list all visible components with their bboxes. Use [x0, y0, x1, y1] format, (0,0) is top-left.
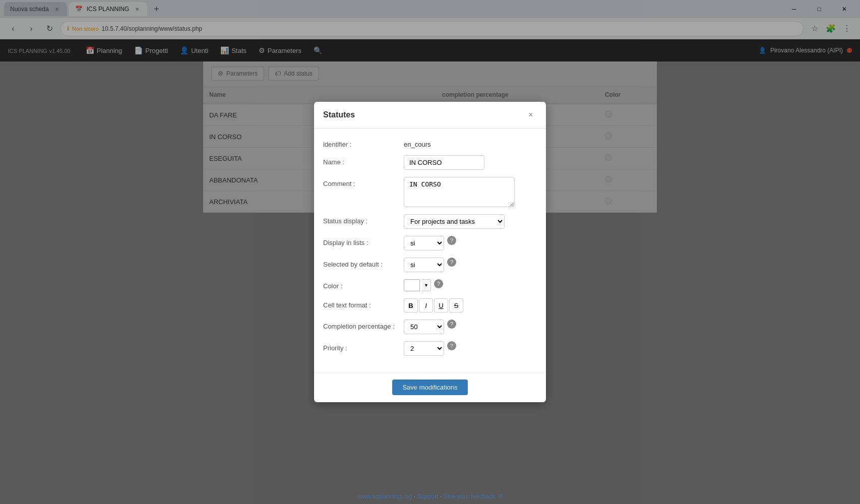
status-display-row: Status display : For projects and tasks …: [323, 214, 537, 229]
color-label: Color :: [323, 279, 404, 290]
color-dropdown-button[interactable]: ▼: [422, 279, 431, 291]
cell-text-format-label: Cell text format :: [323, 298, 404, 309]
color-picker: ▼: [404, 279, 431, 291]
status-display-label: Status display :: [323, 214, 404, 225]
priority-select[interactable]: 1 2 3 4 5: [404, 341, 444, 356]
bold-button[interactable]: B: [404, 298, 418, 312]
display-in-lists-select[interactable]: si no: [404, 236, 444, 250]
name-label: Name :: [323, 155, 404, 166]
statutes-modal: Statutes × identifier : en_cours Name : …: [314, 102, 546, 402]
display-in-lists-help-icon[interactable]: ?: [447, 236, 456, 245]
modal-header: Statutes ×: [314, 102, 546, 129]
cell-text-format-row: Cell text format : B I U S: [323, 298, 537, 312]
modal-close-button[interactable]: ×: [525, 109, 537, 121]
completion-percentage-select[interactable]: 0 10 20 30 40 50 60 70 80 90 100: [404, 320, 444, 334]
comment-label: Comment :: [323, 177, 404, 187]
modal-overlay: Statutes × identifier : en_cours Name : …: [0, 0, 860, 504]
status-display-select[interactable]: For projects and tasks For projects only…: [404, 214, 505, 229]
display-in-lists-row: Display in lists : si no ?: [323, 236, 537, 250]
priority-label: Priority :: [323, 341, 404, 352]
color-help-icon[interactable]: ?: [434, 279, 443, 288]
identifier-value: en_cours: [404, 138, 537, 148]
text-format-buttons: B I U S: [404, 298, 463, 312]
save-modifications-button[interactable]: Save modifications: [392, 380, 467, 395]
underline-button[interactable]: U: [434, 298, 448, 312]
comment-row: Comment : IN CORSO: [323, 177, 537, 207]
completion-percentage-label: Completion percentage :: [323, 320, 404, 330]
comment-textarea[interactable]: IN CORSO: [404, 177, 515, 207]
selected-by-default-label: Selected by default :: [323, 258, 404, 268]
name-input[interactable]: [404, 155, 484, 170]
modal-title: Statutes: [323, 110, 355, 119]
strikethrough-button[interactable]: S: [449, 298, 463, 312]
modal-footer: Save modifications: [314, 372, 546, 402]
priority-row: Priority : 1 2 3 4 5 ?: [323, 341, 537, 356]
name-row: Name :: [323, 155, 537, 170]
modal-body: identifier : en_cours Name : Comment : I…: [314, 129, 546, 372]
priority-help-icon[interactable]: ?: [447, 341, 456, 350]
identifier-label: identifier :: [323, 138, 404, 148]
color-row: Color : ▼ ?: [323, 279, 537, 291]
italic-button[interactable]: I: [419, 298, 433, 312]
selected-by-default-help-icon[interactable]: ?: [447, 258, 456, 267]
selected-by-default-row: Selected by default : si no ?: [323, 258, 537, 272]
selected-by-default-select[interactable]: si no: [404, 258, 444, 272]
color-swatch[interactable]: [404, 279, 420, 291]
display-in-lists-label: Display in lists :: [323, 236, 404, 246]
completion-help-icon[interactable]: ?: [447, 320, 456, 329]
identifier-row: identifier : en_cours: [323, 138, 537, 148]
completion-percentage-row: Completion percentage : 0 10 20 30 40 50…: [323, 320, 537, 334]
